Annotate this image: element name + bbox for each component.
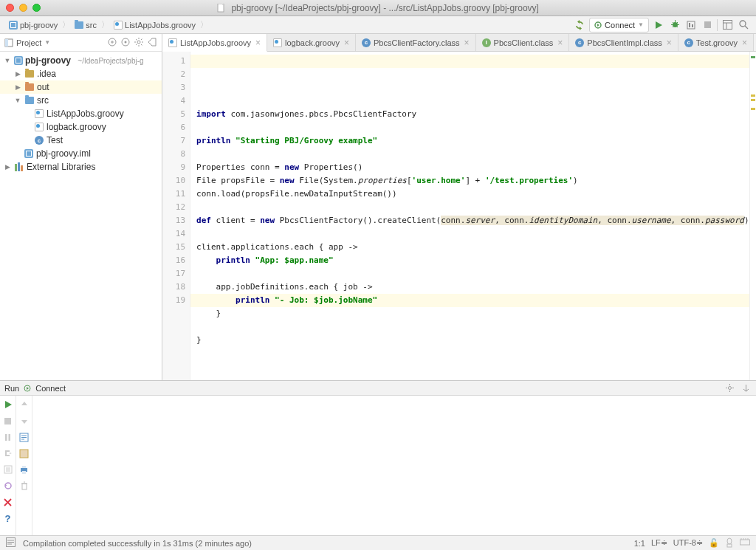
run-tool-window: Run Connect ? (0, 380, 756, 535)
crumb-src[interactable]: src (72, 20, 100, 30)
clear-icon[interactable] (18, 480, 30, 492)
editor-tab[interactable]: IPbcsClient.class× (476, 34, 570, 51)
run-config-icon (24, 385, 31, 392)
tree-root[interactable]: ▼pbj-groovy ~/IdeaProjects/pbj-g (0, 54, 162, 67)
project-tool-header: Project ▼ (0, 34, 162, 52)
svg-rect-28 (5, 434, 7, 441)
scroll-end-icon[interactable] (18, 447, 30, 459)
dump-button[interactable] (2, 464, 14, 475)
svg-rect-12 (692, 24, 693, 27)
messages-icon[interactable] (6, 537, 16, 549)
hide-icon[interactable] (147, 37, 157, 49)
editor-tab[interactable]: ListAppJobs.groovy× (162, 34, 267, 52)
editor-tab[interactable]: cPbcsClientFactory.class× (356, 34, 476, 51)
close-tab-icon[interactable]: × (344, 38, 349, 48)
run-tool-title[interactable]: Run (4, 384, 19, 393)
marker-stripe[interactable] (749, 52, 756, 380)
svg-line-18 (745, 26, 748, 29)
down-icon[interactable] (18, 415, 30, 427)
close-tab-icon[interactable]: × (255, 38, 261, 48)
help-icon[interactable]: ? (2, 512, 14, 524)
close-button[interactable] (2, 496, 14, 508)
project-tree[interactable]: ▼pbj-groovy ~/IdeaProjects/pbj-g ▶.idea … (0, 52, 162, 380)
close-tab-icon[interactable]: × (667, 38, 672, 48)
stop-button[interactable] (2, 415, 14, 427)
coverage-button[interactable] (684, 18, 698, 32)
run-console-output[interactable] (32, 396, 756, 535)
tree-external-libs[interactable]: ▶External Libraries (0, 160, 162, 173)
tree-file-listapp[interactable]: ListAppJobs.groovy (0, 107, 162, 120)
chevron-icon: 〉 (101, 19, 109, 30)
editor-tab[interactable]: logback.groovy× (267, 34, 356, 51)
svg-rect-37 (20, 450, 28, 458)
project-tool-title[interactable]: Project (16, 38, 41, 47)
run-config-name[interactable]: Connect (35, 384, 66, 393)
editor-tab[interactable]: cTest.groovy× (678, 34, 754, 51)
caret-position[interactable]: 1:1 (634, 539, 645, 548)
svg-rect-39 (22, 466, 26, 468)
up-icon[interactable] (18, 399, 30, 410)
tree-node-idea[interactable]: ▶.idea (0, 67, 162, 80)
svg-line-8 (673, 27, 674, 28)
collapse-icon[interactable] (107, 37, 117, 49)
svg-rect-13 (704, 21, 711, 28)
tree-node-src[interactable]: ▼src (0, 94, 162, 107)
crumb-file[interactable]: ListAppJobs.groovy (111, 20, 199, 30)
svg-rect-20 (5, 39, 8, 47)
tree-file-logback[interactable]: logback.groovy (0, 120, 162, 134)
memory-icon[interactable] (740, 538, 750, 548)
window-title: pbj-groovy [~/IdeaProjects/pbj-groovy] -… (0, 3, 756, 13)
svg-point-48 (727, 538, 732, 544)
project-tool-window: Project ▼ ▼pbj-groovy ~/IdeaProjects/pbj… (0, 34, 162, 380)
close-tab-icon[interactable]: × (742, 38, 747, 48)
editor-tab[interactable]: cPbcsClientImpl.class× (569, 34, 678, 51)
svg-line-9 (676, 27, 678, 28)
svg-rect-10 (687, 21, 695, 29)
chevron-icon: 〉 (62, 19, 70, 30)
tree-node-out[interactable]: ▶out (0, 80, 162, 94)
rerun-button[interactable] (2, 399, 14, 410)
debug-button[interactable] (668, 18, 681, 32)
file-encoding[interactable]: UTF-8≑ (673, 538, 703, 548)
sync-icon[interactable] (573, 18, 586, 32)
print-icon[interactable] (18, 464, 30, 475)
svg-rect-29 (9, 434, 11, 441)
line-gutter: 12345678910111213141516171819 (162, 52, 190, 380)
softwrap-icon[interactable] (18, 431, 30, 443)
navigation-toolbar: pbj-groovy 〉 src 〉 ListAppJobs.groovy 〉 … (0, 16, 756, 34)
stop-button[interactable] (701, 18, 714, 32)
close-tab-icon[interactable]: × (557, 38, 563, 48)
search-icon[interactable] (737, 18, 750, 32)
tree-file-iml[interactable]: pbj-groovy.iml (0, 147, 162, 160)
svg-rect-27 (4, 418, 11, 424)
svg-point-17 (740, 21, 746, 27)
layout-button[interactable] (721, 18, 734, 32)
pause-button[interactable] (2, 431, 14, 443)
gear-icon[interactable] (724, 382, 735, 394)
gear-icon[interactable] (134, 37, 144, 49)
code-editor[interactable]: 12345678910111213141516171819 import com… (162, 52, 756, 380)
close-tab-icon[interactable]: × (464, 38, 470, 48)
exit-button[interactable] (2, 447, 14, 459)
svg-rect-50 (740, 540, 750, 545)
crumb-project[interactable]: pbj-groovy (6, 20, 61, 30)
project-icon (4, 38, 13, 47)
chevron-icon: 〉 (200, 19, 208, 30)
window-titlebar: pbj-groovy [~/IdeaProjects/pbj-groovy] -… (0, 0, 756, 16)
locate-icon[interactable] (120, 37, 131, 49)
lock-icon[interactable]: 🔓 (709, 538, 719, 548)
svg-point-24 (137, 41, 140, 44)
svg-rect-41 (22, 484, 27, 489)
svg-line-7 (676, 22, 678, 24)
line-separator[interactable]: LF≑ (651, 538, 667, 548)
toolbar-actions: Connect ▼ (573, 18, 750, 32)
tree-file-test[interactable]: cTest (0, 134, 162, 147)
run-button[interactable] (652, 18, 665, 32)
code-content[interactable]: import com.jasonwjones.pbcs.PbcsClientFa… (190, 52, 749, 380)
hide-icon[interactable] (740, 382, 752, 394)
hector-icon[interactable] (725, 537, 734, 549)
restore-button[interactable] (2, 480, 14, 492)
run-tool-header: Run Connect (0, 381, 756, 396)
run-config-selector[interactable]: Connect ▼ (589, 18, 649, 32)
run-actions-col-1: ? (0, 396, 16, 535)
